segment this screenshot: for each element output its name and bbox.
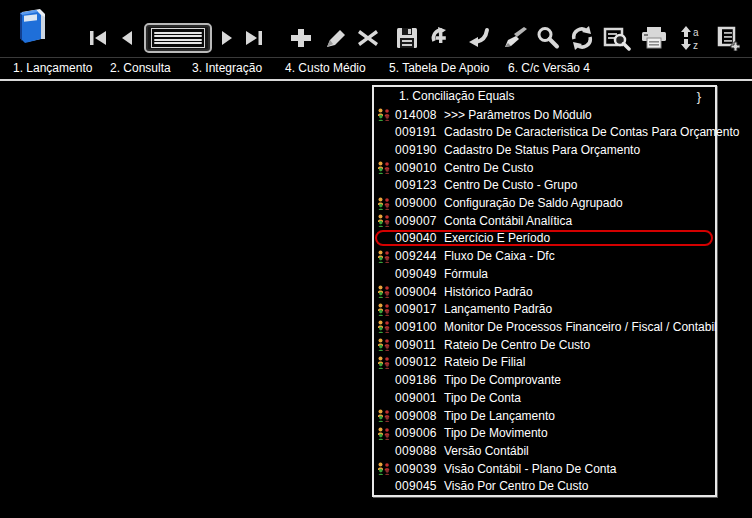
item-code: 009004 <box>395 285 440 299</box>
item-label: Exercício E Período <box>444 231 550 245</box>
list-item[interactable]: 009010 Centro De Custo <box>374 159 715 177</box>
save-button[interactable] <box>394 26 420 50</box>
first-record-button[interactable] <box>88 29 108 47</box>
list-item[interactable]: 009100 Monitor De Processos Financeiro /… <box>374 318 715 336</box>
item-code: 009100 <box>395 320 440 334</box>
item-code: 009190 <box>395 143 440 157</box>
tab-tabela-de-apoio[interactable]: 5. Tabela De Apoio <box>389 61 490 75</box>
list-item[interactable]: 009017 Lançamento Padrão <box>374 300 715 318</box>
item-label: Tipo De Lançamento <box>444 409 555 423</box>
item-label: Versão Contábil <box>444 444 529 458</box>
users-group-icon <box>374 462 395 475</box>
sort-az-button[interactable]: az <box>678 25 704 51</box>
preview-button[interactable] <box>602 25 632 51</box>
list-item[interactable]: 009186 Tipo De Comprovante <box>374 371 715 389</box>
list-item[interactable]: 009000 Configuração De Saldo Agrupado <box>374 194 715 212</box>
item-label: Visão Contábil - Plano De Conta <box>444 462 617 476</box>
menu-bar: 1. Lançamento 2. Consulta 3. Integração … <box>0 57 752 81</box>
browse-records-button[interactable] <box>144 23 212 53</box>
users-group-icon <box>374 161 395 174</box>
list-add-button[interactable] <box>716 25 740 51</box>
add-button[interactable] <box>288 26 314 50</box>
list-item[interactable]: 009123 Centro De Custo - Grupo <box>374 177 715 195</box>
item-label: Fórmula <box>444 267 488 281</box>
item-code: 009017 <box>395 302 440 316</box>
item-label: Fluxo De Caixa - Dfc <box>444 249 555 263</box>
list-item[interactable]: 009007 Conta Contábil Analítica <box>374 212 715 230</box>
item-code: 009088 <box>395 444 440 458</box>
list-item[interactable]: 009049 Fórmula <box>374 265 715 283</box>
tab-cc-versao-4[interactable]: 6. C/c Versão 4 <box>508 61 590 75</box>
users-group-icon <box>374 356 395 369</box>
item-code: 009040 <box>395 231 440 245</box>
last-record-button[interactable] <box>244 29 264 47</box>
item-label: 1. Conciliação Equals <box>399 89 514 103</box>
users-group-icon <box>374 214 395 227</box>
list-item[interactable]: 009039 Visão Contábil - Plano De Conta <box>374 460 715 478</box>
tab-lancamento[interactable]: 1. Lançamento <box>13 61 92 75</box>
users-group-icon <box>374 320 395 333</box>
search-button[interactable] <box>534 25 562 51</box>
print-button[interactable] <box>638 25 670 51</box>
item-label: Tipo De Comprovante <box>444 373 561 387</box>
list-item[interactable]: 009008 Tipo De Lançamento <box>374 407 715 425</box>
brush-button[interactable] <box>502 26 530 50</box>
list-item[interactable]: 009191 Cadastro De Caracteristica De Con… <box>374 123 715 141</box>
item-code: 009039 <box>395 462 440 476</box>
users-group-icon <box>374 285 395 298</box>
list-item[interactable]: 009088 Versão Contábil <box>374 442 715 460</box>
item-label: Configuração De Saldo Agrupado <box>444 196 623 210</box>
refresh-button[interactable] <box>568 25 596 51</box>
list-item[interactable]: 009006 Tipo De Movimento <box>374 424 715 442</box>
toolbar: az <box>0 0 752 57</box>
users-group-icon <box>374 338 395 351</box>
list-item-header[interactable]: 1. Conciliação Equals } <box>374 87 715 106</box>
item-label: Tipo De Conta <box>444 391 521 405</box>
item-label: Centro De Custo - Grupo <box>444 178 577 192</box>
list-item[interactable]: 009001 Tipo De Conta <box>374 389 715 407</box>
list-item[interactable]: 009190 Cadastro De Status Para Orçamento <box>374 141 715 159</box>
curved-arrow-plus-button[interactable] <box>426 25 454 51</box>
item-code: 009000 <box>395 196 440 210</box>
item-code: 009123 <box>395 178 440 192</box>
item-label: Lançamento Padrão <box>444 302 552 316</box>
item-label: Monitor De Processos Financeiro / Fiscal… <box>444 320 717 334</box>
list-item[interactable]: 009045 Visão Por Centro De Custo <box>374 477 715 495</box>
item-label: Centro De Custo <box>444 161 533 175</box>
item-label: >>> Parâmetros Do Módulo <box>444 108 592 122</box>
list-item[interactable]: 009244 Fluxo De Caixa - Dfc <box>374 247 715 265</box>
item-label: Tipo De Movimento <box>444 426 548 440</box>
next-record-button[interactable] <box>220 29 234 47</box>
users-group-icon <box>374 108 395 121</box>
item-label: Cadastro De Status Para Orçamento <box>444 143 640 157</box>
item-label: Cadastro De Caracteristica De Contas Par… <box>444 125 739 139</box>
blue-book-logo-icon <box>12 4 50 50</box>
previous-record-button[interactable] <box>120 29 134 47</box>
list-item[interactable]: 009004 Histórico Padrão <box>374 283 715 301</box>
return-arrow-button[interactable] <box>466 26 492 50</box>
list-item[interactable]: 009012 Rateio De Filial <box>374 354 715 372</box>
item-code: 009244 <box>395 249 440 263</box>
tab-custo-medio[interactable]: 4. Custo Médio <box>285 61 366 75</box>
item-code: 009006 <box>395 426 440 440</box>
item-label: Visão Por Centro De Custo <box>444 479 589 493</box>
tab-consulta[interactable]: 2. Consulta <box>110 61 171 75</box>
item-code: 009001 <box>395 391 440 405</box>
edit-pencil-button[interactable] <box>324 26 350 50</box>
browse-lines-icon <box>151 28 205 48</box>
users-group-icon <box>374 197 395 210</box>
item-code: 009008 <box>395 409 440 423</box>
list-item[interactable]: 009011 Rateio De Centro De Custo <box>374 336 715 354</box>
list-item-selected[interactable]: 009040 Exercício E Período <box>374 230 715 248</box>
users-group-icon <box>374 427 395 440</box>
item-code: 009011 <box>395 338 440 352</box>
tab-integracao[interactable]: 3. Integração <box>192 61 262 75</box>
svg-text:z: z <box>693 40 698 51</box>
list-item[interactable]: 014008 >>> Parâmetros Do Módulo <box>374 106 715 124</box>
text-cursor-artifact: } <box>697 89 715 104</box>
toolbar-buttons: az <box>88 22 740 54</box>
users-group-icon <box>374 303 395 316</box>
tabela-de-apoio-dropdown: 1. Conciliação Equals } 014008 >>> Parâm… <box>372 85 717 497</box>
delete-button[interactable] <box>356 27 380 49</box>
item-label: Rateio De Centro De Custo <box>444 338 590 352</box>
